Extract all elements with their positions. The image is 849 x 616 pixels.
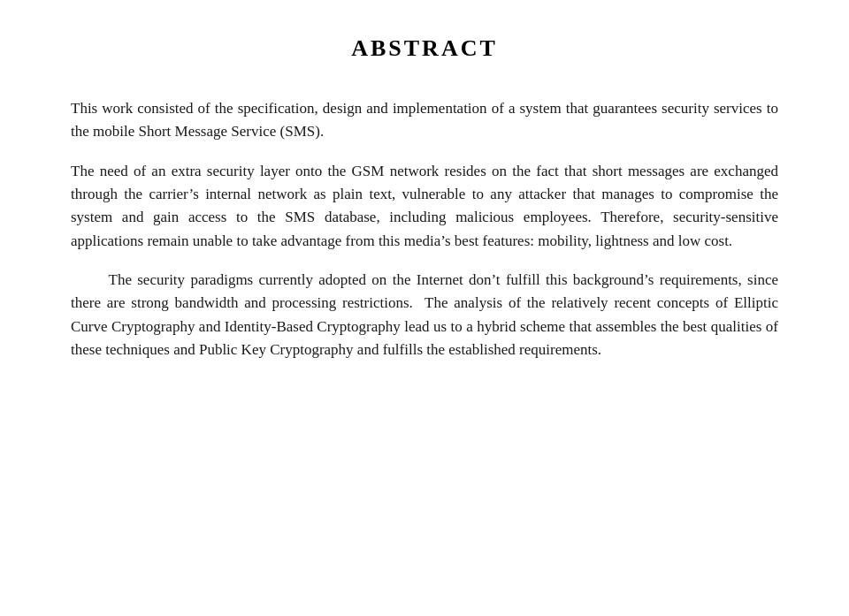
page-container: ABSTRACT This work consisted of the spec…: [0, 0, 849, 616]
paragraph-2: The need of an extra security layer onto…: [71, 160, 778, 253]
paragraph-3: The security paradigms currently adopted…: [71, 269, 778, 361]
abstract-title: ABSTRACT: [71, 35, 778, 62]
paragraph-1: This work consisted of the specification…: [71, 97, 778, 144]
